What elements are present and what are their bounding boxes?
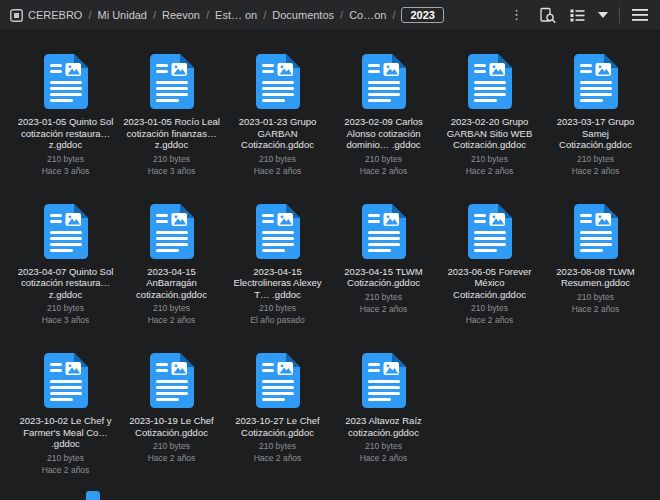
app-icon: [10, 9, 23, 22]
file-item[interactable]: 2023-01-05 Rocío Leal cotización finanza…: [120, 52, 223, 178]
file-size: 210 bytes: [259, 154, 296, 164]
gddoc-file-icon: [362, 54, 406, 109]
dropdown-caret-icon[interactable]: [597, 5, 609, 25]
file-item[interactable]: 2023-01-23 Grupo GARBAN Cotización.gddoc…: [226, 52, 329, 178]
file-age: Hace 2 años: [254, 453, 302, 463]
gddoc-file-icon: [468, 54, 512, 109]
file-size: 210 bytes: [153, 154, 190, 164]
kebab-menu-button[interactable]: ⋮: [504, 0, 529, 30]
gddoc-file-icon: [362, 353, 406, 408]
gddoc-file-icon: [44, 353, 88, 408]
toolbar-divider: [619, 7, 620, 23]
file-name: 2023-04-15 AnBarragán cotización.gddoc: [122, 266, 222, 301]
file-item[interactable]: 2023 Altavoz Raíz cotización.gddoc 210 b…: [332, 351, 435, 477]
file-item[interactable]: 2023-03-17 Grupo Samej Cotización.gddoc …: [544, 52, 647, 178]
file-name: 2023-01-05 Rocío Leal cotización finanza…: [122, 116, 222, 151]
list-view-icon[interactable]: [567, 5, 587, 25]
breadcrumb-item[interactable]: 2023: [401, 7, 443, 23]
file-age: Hace 2 años: [466, 166, 514, 176]
file-size: 210 bytes: [471, 154, 508, 164]
breadcrumb-label: Mi Unidad: [97, 9, 147, 21]
file-size: 210 bytes: [259, 303, 296, 313]
file-age: Hace 3 años: [42, 315, 90, 325]
breadcrumb-item[interactable]: Co…on: [349, 9, 386, 21]
breadcrumb: CEREBRO/Mi Unidad/Reevon/Est… on/Documen…: [10, 7, 502, 23]
file-name: 2023-08-08 TLWM Resumen.gddoc: [546, 266, 646, 289]
breadcrumb-separator: /: [88, 9, 91, 21]
gddoc-file-icon: [150, 204, 194, 259]
gddoc-file-icon: [44, 204, 88, 259]
file-age: Hace 2 años: [148, 315, 196, 325]
file-age: Hace 3 años: [42, 166, 90, 176]
file-item[interactable]: 2023-02-20 Grupo GARBAN Sitio WEB Cotiza…: [438, 52, 541, 178]
file-name: 2023-03-17 Grupo Samej Cotización.gddoc: [546, 116, 646, 151]
gddoc-file-icon: [150, 353, 194, 408]
gddoc-file-icon: [256, 204, 300, 259]
breadcrumb-item[interactable]: Est… on: [215, 9, 257, 21]
file-age: Hace 2 años: [572, 166, 620, 176]
gddoc-file-icon: [468, 204, 512, 259]
breadcrumb-separator: /: [340, 9, 343, 21]
file-size: 210 bytes: [153, 441, 190, 451]
breadcrumb-label: Est… on: [215, 9, 257, 21]
file-item[interactable]: 2023-01-05 Quinto Sol cotización restaur…: [14, 52, 117, 178]
file-item[interactable]: 2023-04-15 TLWM Cotización.gddoc 210 byt…: [332, 202, 435, 328]
breadcrumb-item[interactable]: Mi Unidad: [97, 9, 147, 21]
breadcrumb-label: CEREBRO: [28, 9, 82, 21]
breadcrumb-label: Reevon: [162, 9, 200, 21]
file-age: Hace 2 años: [360, 304, 408, 314]
file-age: Hace 2 años: [42, 465, 90, 475]
file-size: 210 bytes: [153, 303, 190, 313]
file-item[interactable]: 2023-10-27 Le Chef Cotización.gddoc 210 …: [226, 351, 329, 477]
file-size: 210 bytes: [47, 154, 84, 164]
gddoc-file-icon: [44, 54, 88, 109]
file-name: 2023-04-15 Electrolineras Alexey T… .gdd…: [228, 266, 328, 301]
breadcrumb-separator: /: [392, 9, 395, 21]
breadcrumb-separator: /: [153, 9, 156, 21]
toolbar: CEREBRO/Mi Unidad/Reevon/Est… on/Documen…: [0, 0, 660, 30]
file-item[interactable]: 2023-08-08 TLWM Resumen.gddoc 210 bytes …: [544, 202, 647, 328]
menu-icon[interactable]: [630, 5, 650, 25]
gddoc-file-icon: [256, 54, 300, 109]
file-item[interactable]: 2023-04-07 Quinto Sol cotización restaur…: [14, 202, 117, 328]
file-item[interactable]: 2023-02-09 Carlos Alonso cotización domi…: [332, 52, 435, 178]
file-name: 2023-10-02 Le Chef y Farmer's Meal Co… .…: [16, 415, 116, 450]
breadcrumb-item[interactable]: CEREBRO: [10, 9, 82, 22]
file-age: Hace 2 años: [254, 166, 302, 176]
file-item[interactable]: 2023-06-05 Forever México Cotización.gdd…: [438, 202, 541, 328]
file-name: 2023-04-15 TLWM Cotización.gddoc: [334, 266, 434, 289]
file-name: 2023-04-07 Quinto Sol cotización restaur…: [16, 266, 116, 301]
breadcrumb-separator: /: [263, 9, 266, 21]
file-item[interactable]: 2023-10-02 Le Chef y Farmer's Meal Co… .…: [14, 351, 117, 477]
file-size: 210 bytes: [365, 292, 402, 302]
clipped-blue-element: [86, 491, 100, 500]
file-browser-content: 2023-01-05 Quinto Sol cotización restaur…: [0, 30, 660, 477]
file-age: Hace 3 años: [148, 166, 196, 176]
file-item[interactable]: 2023-04-15 Electrolineras Alexey T… .gdd…: [226, 202, 329, 328]
file-age: Hace 2 años: [572, 304, 620, 314]
gddoc-file-icon: [574, 54, 618, 109]
gddoc-file-icon: [256, 353, 300, 408]
file-name: 2023-02-09 Carlos Alonso cotización domi…: [334, 116, 434, 151]
file-item[interactable]: 2023-04-15 AnBarragán cotización.gddoc 2…: [120, 202, 223, 328]
file-size: 210 bytes: [577, 154, 614, 164]
file-name: 2023-02-20 Grupo GARBAN Sitio WEB Cotiza…: [440, 116, 540, 151]
file-size: 210 bytes: [259, 441, 296, 451]
file-size: 210 bytes: [365, 441, 402, 451]
breadcrumb-item[interactable]: Documentos: [272, 9, 334, 21]
gddoc-file-icon: [150, 54, 194, 109]
file-age: Hace 2 años: [360, 453, 408, 463]
breadcrumb-item[interactable]: Reevon: [162, 9, 200, 21]
file-item[interactable]: 2023-10-19 Le Chef Cotización.gddoc 210 …: [120, 351, 223, 477]
file-age: Hace 2 años: [466, 315, 514, 325]
breadcrumb-separator: /: [206, 9, 209, 21]
breadcrumb-label: Documentos: [272, 9, 334, 21]
breadcrumb-label: 2023: [410, 9, 434, 21]
file-size: 210 bytes: [365, 154, 402, 164]
file-size: 210 bytes: [577, 292, 614, 302]
search-in-files-icon[interactable]: [537, 5, 557, 25]
file-grid: 2023-01-05 Quinto Sol cotización restaur…: [14, 52, 646, 477]
file-name: 2023-01-05 Quinto Sol cotización restaur…: [16, 116, 116, 151]
file-size: 210 bytes: [471, 303, 508, 313]
gddoc-file-icon: [574, 204, 618, 259]
